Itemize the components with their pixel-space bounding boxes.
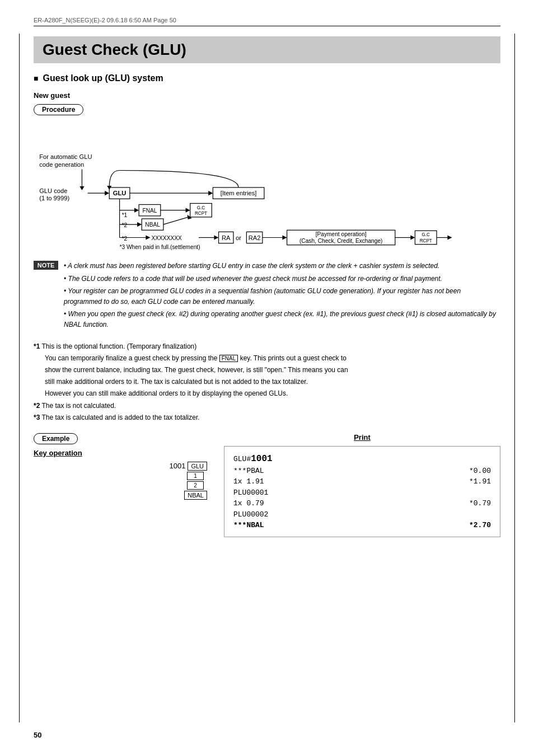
note-box: NOTE • A clerk must has been registered …: [34, 261, 500, 332]
example-left: Example Key operation 1001 GLU 1 2 NBAL: [34, 433, 224, 500]
key-2[interactable]: 2: [187, 481, 204, 490]
svg-marker-52: [410, 235, 415, 240]
footnote-1-detail3: still make additional orders to it. The …: [34, 377, 500, 387]
print-1x079-label: 1x 0.79: [233, 498, 264, 509]
print-1x079-val: *0.79: [469, 498, 491, 509]
new-guest-label: New guest: [34, 91, 500, 100]
print-plu1-label: PLU00001: [233, 487, 268, 499]
svg-marker-37: [146, 235, 150, 240]
svg-text:RCPT: RCPT: [420, 238, 432, 243]
right-margin: [514, 34, 515, 722]
print-nbal-label: ***NBAL: [233, 520, 264, 531]
print-pbal-val: *0.00: [469, 466, 491, 477]
svg-text:*3 When paid in full.(settleme: *3 When paid in full.(settlement): [120, 244, 200, 250]
print-line-plu2: PLU00002: [233, 509, 491, 520]
footnotes: *1 This is the optional function. (Tempo…: [34, 341, 500, 423]
svg-text:(1 to 9999): (1 to 9999): [39, 195, 69, 201]
svg-line-32: [163, 217, 189, 224]
svg-text:XXXXXXXX: XXXXXXXX: [152, 235, 182, 241]
footnote-1: *1 This is the optional function. (Tempo…: [34, 341, 500, 352]
note-item-4: • When you open the guest check (ex. #2)…: [64, 309, 500, 330]
svg-marker-29: [137, 222, 142, 227]
svg-marker-22: [186, 208, 190, 213]
print-line-plu1: PLU00001: [233, 487, 491, 499]
svg-text:*2: *2: [122, 222, 128, 228]
note-item-2: • The GLU code refers to a code that wil…: [64, 274, 500, 284]
procedure-button[interactable]: Procedure: [34, 104, 83, 115]
page: ER-A280F_N(SEEG)(E)-2 09.6.18 6:50 AM Pa…: [0, 0, 534, 756]
svg-text:[Item entries]: [Item entries]: [221, 190, 257, 196]
header-text: ER-A280F_N(SEEG)(E)-2 09.6.18 6:50 AM Pa…: [34, 17, 176, 24]
svg-text:G.C: G.C: [422, 232, 430, 237]
key-operations: 1001 GLU 1 2 NBAL: [34, 462, 224, 500]
key-value-1001: 1001: [169, 462, 185, 470]
key-glu[interactable]: GLU: [188, 462, 207, 471]
svg-text:RCPT: RCPT: [195, 211, 207, 216]
svg-marker-47: [282, 235, 287, 240]
print-line-pbal: ***PBAL *0.00: [233, 466, 491, 477]
footnote-1-detail: You can temporarily finalize a guest che…: [34, 353, 500, 364]
svg-marker-40: [214, 235, 218, 240]
footnote-2: *2 The tax is not calculated.: [34, 401, 500, 411]
print-plu2-label: PLU00002: [233, 509, 268, 520]
svg-text:(Cash, Check, Credit, Exchange: (Cash, Check, Credit, Exchange): [299, 238, 382, 244]
svg-text:[Payment operation]: [Payment operation]: [316, 231, 367, 237]
key-row-1: 1001 GLU: [169, 462, 207, 471]
print-pbal-label: ***PBAL: [233, 466, 264, 477]
page-header: ER-A280F_N(SEEG)(E)-2 09.6.18 6:50 AM Pa…: [34, 17, 500, 26]
print-nbal-val: *2.70: [469, 520, 491, 531]
svg-text:GLU: GLU: [113, 190, 127, 196]
print-line-1x191: 1x 1.91 *1.91: [233, 476, 491, 487]
key-row-3: 2: [187, 481, 204, 490]
svg-text:For automatic GLU: For automatic GLU: [39, 153, 92, 160]
svg-marker-3: [79, 186, 84, 190]
key-1[interactable]: 1: [187, 472, 204, 480]
svg-text:code generation: code generation: [39, 161, 84, 168]
print-line-nbal: ***NBAL *2.70: [233, 520, 491, 531]
note-content: • A clerk must has been registered befor…: [64, 261, 500, 332]
svg-text:*2: *2: [122, 236, 128, 242]
note-item-3: • Your register can be programmed GLU co…: [64, 286, 500, 307]
svg-text:GLU code: GLU code: [39, 187, 67, 194]
svg-text:RA2: RA2: [249, 234, 261, 241]
print-glu-label: GLU#1001: [233, 452, 273, 466]
left-margin: [19, 34, 20, 722]
svg-marker-18: [134, 208, 139, 213]
svg-text:*1: *1: [122, 212, 128, 218]
example-section: Example Key operation 1001 GLU 1 2 NBAL …: [34, 433, 500, 537]
key-nbal[interactable]: NBAL: [184, 491, 207, 500]
note-item-1: • A clerk must has been registered befor…: [64, 261, 500, 271]
print-1x191-label: 1x 1.91: [233, 476, 264, 487]
key-operation-title: Key operation: [34, 449, 224, 457]
key-row-2: 1: [187, 472, 204, 480]
footnote-1-detail4: However you can still make additional or…: [34, 388, 500, 399]
print-1x191-val: *1.91: [469, 476, 491, 487]
main-title: Guest Check (GLU): [34, 36, 500, 63]
svg-text:or: or: [236, 234, 241, 241]
svg-marker-11: [208, 191, 213, 195]
key-row-4: NBAL: [184, 491, 207, 500]
print-box: GLU#1001 ***PBAL *0.00 1x 1.91 *1.91 PLU…: [224, 446, 500, 537]
section-heading: Guest look up (GLU) system: [34, 73, 500, 83]
footnote-3: *3 The tax is calculated and is added to…: [34, 412, 500, 423]
svg-text:NBAL: NBAL: [145, 222, 160, 228]
print-line-header: GLU#1001: [233, 452, 491, 466]
diagram-area: For automatic GLU code generation GLU co…: [34, 123, 500, 252]
svg-marker-57: [447, 235, 452, 240]
svg-text:RA: RA: [222, 234, 231, 241]
section-heading-text: Guest look up (GLU) system: [43, 73, 163, 83]
print-title: Print: [224, 433, 500, 442]
svg-marker-7: [105, 191, 109, 195]
diagram-svg: For automatic GLU code generation GLU co…: [34, 123, 500, 252]
page-number: 50: [34, 731, 41, 739]
svg-text:FNAL: FNAL: [142, 208, 157, 214]
svg-text:G.C: G.C: [197, 205, 205, 210]
example-button[interactable]: Example: [34, 433, 78, 444]
footnote-1-detail2: show the current balance, including tax.…: [34, 365, 500, 375]
example-right: Print GLU#1001 ***PBAL *0.00 1x 1.91 *1.…: [224, 433, 500, 537]
print-line-1x079: 1x 0.79 *0.79: [233, 498, 491, 509]
note-label: NOTE: [34, 261, 58, 270]
